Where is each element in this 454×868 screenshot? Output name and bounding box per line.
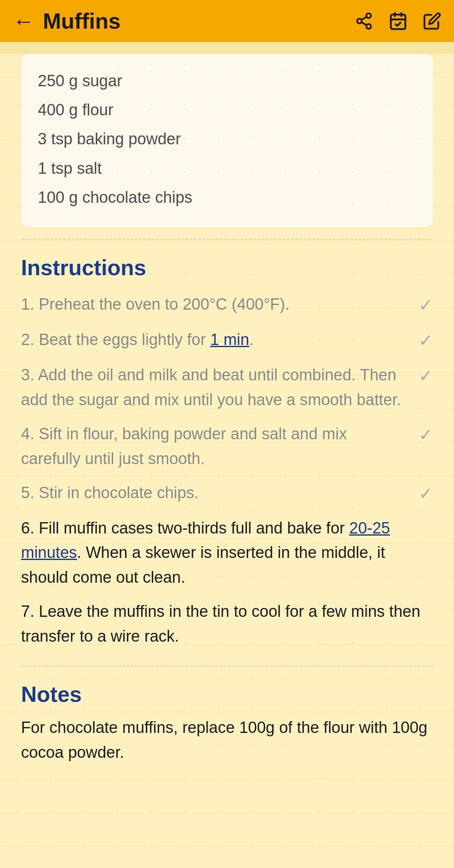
step-7-text: 7. Leave the muffins in the tin to cool … bbox=[21, 599, 433, 649]
back-button[interactable]: ← bbox=[13, 10, 34, 32]
instruction-step-3: 3. Add the oil and milk and beat until c… bbox=[21, 363, 433, 412]
instruction-step-1: 1. Preheat the oven to 200°C (400°F). ✓ bbox=[21, 292, 433, 318]
svg-line-3 bbox=[362, 22, 367, 25]
ingredient-item: 1 tsp salt bbox=[38, 154, 416, 183]
svg-line-4 bbox=[362, 17, 367, 20]
step-5-check: ✓ bbox=[419, 480, 433, 507]
instruction-step-6: 6. Fill muffin cases two-thirds full and… bbox=[21, 516, 433, 590]
step-3-check: ✓ bbox=[419, 363, 433, 389]
calendar-check-icon[interactable] bbox=[388, 11, 408, 31]
step-1-check: ✓ bbox=[419, 292, 433, 318]
instruction-step-5: 5. Stir in chocolate chips. ✓ bbox=[21, 480, 433, 507]
share-icon[interactable] bbox=[355, 12, 373, 30]
app-bar: ← Muffins bbox=[0, 0, 454, 42]
app-bar-actions bbox=[355, 11, 441, 31]
ingredient-item: 250 g sugar bbox=[38, 66, 416, 96]
notes-divider bbox=[21, 666, 433, 666]
step-4-check: ✓ bbox=[419, 422, 433, 448]
instruction-step-7: 7. Leave the muffins in the tin to cool … bbox=[21, 599, 433, 649]
timer-link-20-25min[interactable]: 20-25 minutes bbox=[21, 519, 390, 562]
ingredient-item: 3 tsp baking powder bbox=[38, 125, 416, 154]
timer-link-1min[interactable]: 1 min bbox=[210, 331, 249, 348]
ingredient-item: 100 g chocolate chips bbox=[38, 183, 416, 212]
section-divider bbox=[21, 239, 433, 240]
page-body: 250 g sugar 400 g flour 3 tsp baking pow… bbox=[0, 54, 454, 868]
svg-rect-5 bbox=[391, 15, 406, 29]
instruction-step-2: 2. Beat the eggs lightly for 1 min. ✓ bbox=[21, 327, 433, 353]
step-6-text: 6. Fill muffin cases two-thirds full and… bbox=[21, 516, 433, 590]
step-5-text: 5. Stir in chocolate chips. bbox=[21, 480, 410, 505]
page-title: Muffins bbox=[43, 8, 355, 34]
step-2-check: ✓ bbox=[419, 327, 433, 353]
step-2-text: 2. Beat the eggs lightly for 1 min. bbox=[21, 327, 410, 352]
notes-text: For chocolate muffins, replace 100g of t… bbox=[21, 715, 433, 765]
edit-icon[interactable] bbox=[423, 12, 441, 30]
ingredient-item: 400 g flour bbox=[38, 96, 416, 125]
instructions-title: Instructions bbox=[21, 255, 433, 280]
notes-title: Notes bbox=[21, 682, 433, 707]
step-3-text: 3. Add the oil and milk and beat until c… bbox=[21, 363, 410, 412]
instructions-section: Instructions 1. Preheat the oven to 200°… bbox=[0, 255, 454, 649]
notes-section: Notes For chocolate muffins, replace 100… bbox=[0, 682, 454, 765]
ingredients-card: 250 g sugar 400 g flour 3 tsp baking pow… bbox=[21, 54, 433, 227]
step-4-text: 4. Sift in flour, baking powder and salt… bbox=[21, 422, 410, 471]
instruction-step-4: 4. Sift in flour, baking powder and salt… bbox=[21, 422, 433, 471]
step-1-text: 1. Preheat the oven to 200°C (400°F). bbox=[21, 292, 410, 317]
